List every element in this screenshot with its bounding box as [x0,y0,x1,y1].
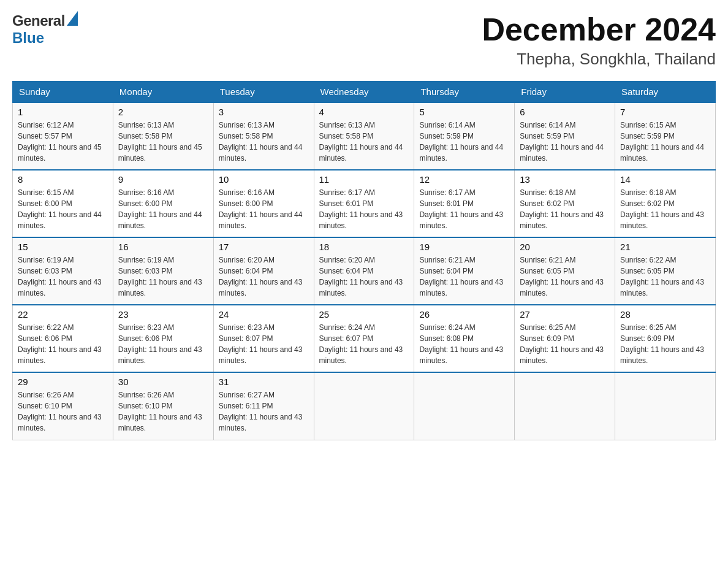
calendar-table: SundayMondayTuesdayWednesdayThursdayFrid… [12,81,716,440]
calendar-cell: 17 Sunrise: 6:20 AMSunset: 6:04 PMDaylig… [213,237,314,305]
calendar-cell: 15 Sunrise: 6:19 AMSunset: 6:03 PMDaylig… [13,237,113,305]
day-info: Sunrise: 6:13 AMSunset: 5:58 PMDaylight:… [219,120,309,164]
day-number: 1 [18,107,108,117]
day-number: 7 [620,107,710,117]
calendar-cell: 22 Sunrise: 6:22 AMSunset: 6:06 PMDaylig… [13,305,113,372]
calendar-cell: 14 Sunrise: 6:18 AMSunset: 6:02 PMDaylig… [615,170,716,237]
day-number: 29 [18,377,108,387]
calendar-cell: 27 Sunrise: 6:25 AMSunset: 6:09 PMDaylig… [515,305,615,372]
day-number: 12 [419,174,509,185]
day-number: 28 [620,309,710,320]
col-header-thursday: Thursday [414,82,515,103]
day-number: 18 [319,242,409,252]
calendar-cell: 18 Sunrise: 6:20 AMSunset: 6:04 PMDaylig… [314,237,414,305]
day-number: 16 [118,242,208,252]
logo-arrow-icon [67,11,78,28]
calendar-cell: 10 Sunrise: 6:16 AMSunset: 6:00 PMDaylig… [213,170,314,237]
title-block: December 2024 Thepha, Songkhla, Thailand [482,12,716,69]
day-number: 25 [319,309,409,320]
svg-marker-0 [67,11,78,26]
header-row: SundayMondayTuesdayWednesdayThursdayFrid… [13,82,716,103]
day-info: Sunrise: 6:22 AMSunset: 6:05 PMDaylight:… [620,255,710,299]
day-number: 20 [520,242,610,252]
calendar-cell: 12 Sunrise: 6:17 AMSunset: 6:01 PMDaylig… [414,170,515,237]
col-header-friday: Friday [515,82,615,103]
day-info: Sunrise: 6:21 AMSunset: 6:04 PMDaylight:… [419,255,509,299]
calendar-cell: 9 Sunrise: 6:16 AMSunset: 6:00 PMDayligh… [113,170,213,237]
day-number: 17 [219,242,309,252]
day-info: Sunrise: 6:17 AMSunset: 6:01 PMDaylight:… [419,187,509,231]
calendar-cell: 30 Sunrise: 6:26 AMSunset: 6:10 PMDaylig… [113,372,213,440]
day-info: Sunrise: 6:14 AMSunset: 5:59 PMDaylight:… [419,120,509,164]
calendar-cell [515,372,615,440]
calendar-cell: 25 Sunrise: 6:24 AMSunset: 6:07 PMDaylig… [314,305,414,372]
day-number: 9 [118,174,208,185]
day-number: 11 [319,174,409,185]
day-info: Sunrise: 6:15 AMSunset: 5:59 PMDaylight:… [620,120,710,164]
day-info: Sunrise: 6:18 AMSunset: 6:02 PMDaylight:… [620,187,710,231]
page-header: General Blue December 2024 Thepha, Songk… [12,12,716,69]
calendar-cell: 3 Sunrise: 6:13 AMSunset: 5:58 PMDayligh… [213,102,314,170]
day-info: Sunrise: 6:26 AMSunset: 6:10 PMDaylight:… [18,389,108,434]
day-info: Sunrise: 6:24 AMSunset: 6:08 PMDaylight:… [419,322,509,366]
day-number: 14 [620,174,710,185]
day-number: 10 [219,174,309,185]
day-info: Sunrise: 6:21 AMSunset: 6:05 PMDaylight:… [520,255,610,299]
day-info: Sunrise: 6:20 AMSunset: 6:04 PMDaylight:… [219,255,309,299]
calendar-cell: 7 Sunrise: 6:15 AMSunset: 5:59 PMDayligh… [615,102,716,170]
day-info: Sunrise: 6:26 AMSunset: 6:10 PMDaylight:… [118,389,208,434]
logo-general-text: General [12,12,65,29]
day-info: Sunrise: 6:16 AMSunset: 6:00 PMDaylight:… [118,187,208,231]
month-title: December 2024 [482,12,716,47]
calendar-cell: 24 Sunrise: 6:23 AMSunset: 6:07 PMDaylig… [213,305,314,372]
calendar-cell [615,372,716,440]
day-number: 23 [118,309,208,320]
day-number: 2 [118,107,208,117]
day-info: Sunrise: 6:13 AMSunset: 5:58 PMDaylight:… [118,120,208,164]
calendar-cell: 13 Sunrise: 6:18 AMSunset: 6:02 PMDaylig… [515,170,615,237]
calendar-cell: 31 Sunrise: 6:27 AMSunset: 6:11 PMDaylig… [213,372,314,440]
calendar-cell: 19 Sunrise: 6:21 AMSunset: 6:04 PMDaylig… [414,237,515,305]
logo: General Blue [12,12,78,47]
day-number: 24 [219,309,309,320]
calendar-cell: 16 Sunrise: 6:19 AMSunset: 6:03 PMDaylig… [113,237,213,305]
calendar-cell: 11 Sunrise: 6:17 AMSunset: 6:01 PMDaylig… [314,170,414,237]
day-info: Sunrise: 6:13 AMSunset: 5:58 PMDaylight:… [319,120,409,164]
day-info: Sunrise: 6:23 AMSunset: 6:07 PMDaylight:… [219,322,309,366]
day-number: 8 [18,174,108,185]
day-number: 19 [419,242,509,252]
day-info: Sunrise: 6:25 AMSunset: 6:09 PMDaylight:… [620,322,710,366]
day-number: 13 [520,174,610,185]
calendar-cell [414,372,515,440]
week-row-4: 22 Sunrise: 6:22 AMSunset: 6:06 PMDaylig… [13,305,716,372]
day-info: Sunrise: 6:17 AMSunset: 6:01 PMDaylight:… [319,187,409,231]
week-row-5: 29 Sunrise: 6:26 AMSunset: 6:10 PMDaylig… [13,372,716,440]
day-info: Sunrise: 6:23 AMSunset: 6:06 PMDaylight:… [118,322,208,366]
calendar-cell: 20 Sunrise: 6:21 AMSunset: 6:05 PMDaylig… [515,237,615,305]
day-info: Sunrise: 6:15 AMSunset: 6:00 PMDaylight:… [18,187,108,231]
day-number: 31 [219,377,309,387]
week-row-2: 8 Sunrise: 6:15 AMSunset: 6:00 PMDayligh… [13,170,716,237]
col-header-wednesday: Wednesday [314,82,414,103]
day-info: Sunrise: 6:22 AMSunset: 6:06 PMDaylight:… [18,322,108,366]
col-header-tuesday: Tuesday [213,82,314,103]
day-info: Sunrise: 6:19 AMSunset: 6:03 PMDaylight:… [18,255,108,299]
calendar-cell: 29 Sunrise: 6:26 AMSunset: 6:10 PMDaylig… [13,372,113,440]
day-info: Sunrise: 6:18 AMSunset: 6:02 PMDaylight:… [520,187,610,231]
week-row-1: 1 Sunrise: 6:12 AMSunset: 5:57 PMDayligh… [13,102,716,170]
calendar-cell: 2 Sunrise: 6:13 AMSunset: 5:58 PMDayligh… [113,102,213,170]
day-info: Sunrise: 6:20 AMSunset: 6:04 PMDaylight:… [319,255,409,299]
calendar-cell: 26 Sunrise: 6:24 AMSunset: 6:08 PMDaylig… [414,305,515,372]
day-number: 27 [520,309,610,320]
logo-blue-text: Blue [12,29,44,47]
calendar-cell: 5 Sunrise: 6:14 AMSunset: 5:59 PMDayligh… [414,102,515,170]
day-info: Sunrise: 6:14 AMSunset: 5:59 PMDaylight:… [520,120,610,164]
col-header-sunday: Sunday [13,82,113,103]
day-number: 3 [219,107,309,117]
calendar-cell: 1 Sunrise: 6:12 AMSunset: 5:57 PMDayligh… [13,102,113,170]
day-info: Sunrise: 6:24 AMSunset: 6:07 PMDaylight:… [319,322,409,366]
day-number: 4 [319,107,409,117]
day-number: 21 [620,242,710,252]
calendar-cell: 8 Sunrise: 6:15 AMSunset: 6:00 PMDayligh… [13,170,113,237]
day-info: Sunrise: 6:19 AMSunset: 6:03 PMDaylight:… [118,255,208,299]
